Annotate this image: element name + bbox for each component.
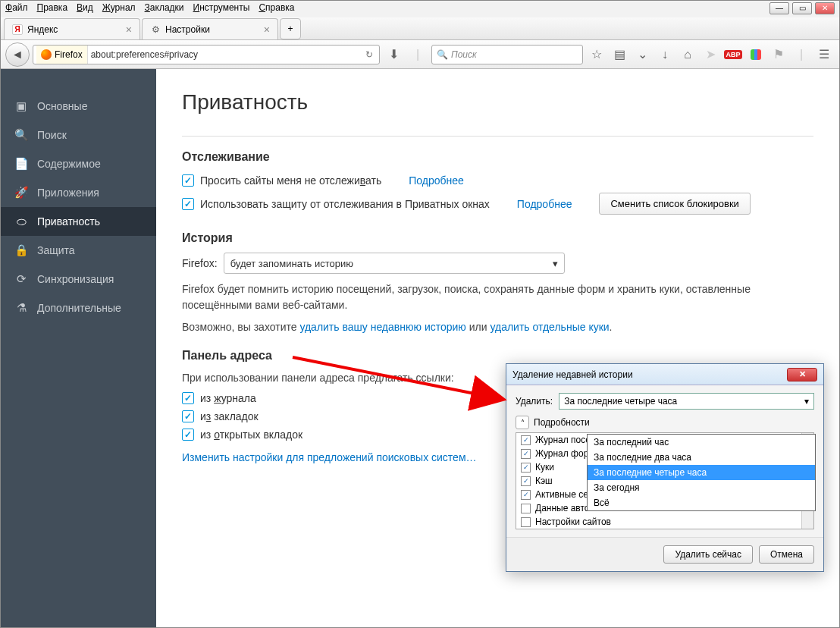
time-range-label: Удалить: (516, 396, 553, 407)
sync-icon: ⟳ (14, 272, 28, 286)
suggest-bookmarks-checkbox[interactable]: ✓ (182, 410, 194, 422)
suggest-opentabs-label: из открытых вкладок (200, 429, 302, 441)
time-range-dropdown[interactable]: За последний час За последние два часа З… (587, 434, 816, 511)
menu-bookmarks[interactable]: Закладки (145, 2, 184, 16)
downloads-icon[interactable]: ⬇ (383, 44, 404, 65)
new-tab-button[interactable]: + (280, 18, 301, 39)
details-toggle-button[interactable]: ˄ (516, 416, 529, 429)
tab-label: Настройки (165, 24, 210, 35)
item-checkbox[interactable]: ✓ (521, 476, 531, 486)
sidebar-item-content[interactable]: 📄Содержимое (1, 149, 156, 178)
item-checkbox[interactable]: ✓ (521, 490, 531, 500)
mask-icon: ⬭ (14, 215, 28, 228)
search-icon: 🔍 (437, 49, 448, 60)
pocket-icon[interactable]: ⌄ (632, 44, 653, 65)
menu-file[interactable]: ФФайлайл (5, 2, 28, 16)
sidebar-item-search[interactable]: 🔍Поиск (1, 121, 156, 149)
reload-icon[interactable]: ↻ (362, 49, 376, 60)
suggest-history-checkbox[interactable]: ✓ (182, 392, 194, 404)
gear-icon: ⚙ (150, 24, 161, 35)
menu-view[interactable]: Вид (77, 2, 93, 16)
tab-close-icon[interactable]: × (126, 24, 132, 36)
sidebar-item-security[interactable]: 🔒Защита (1, 236, 156, 265)
document-icon: 📄 (14, 157, 28, 171)
page-title: Приватность (182, 90, 813, 115)
divider-icon: | (407, 44, 428, 65)
item-checkbox[interactable]: ✓ (521, 435, 531, 445)
dropdown-option[interactable]: За последний час (588, 435, 815, 450)
item-checkbox[interactable] (521, 517, 531, 527)
bookmark-star-icon[interactable]: ☆ (586, 44, 607, 65)
menu-tools[interactable]: Инструменты (193, 2, 250, 16)
lock-icon: 🔒 (14, 243, 28, 257)
search-bar[interactable]: 🔍 Поиск (431, 45, 583, 64)
clear-now-button[interactable]: Удалить сейчас (663, 545, 752, 564)
adblock-icon[interactable]: ABP (722, 44, 744, 65)
suggest-bookmarks-label: из закладок (200, 410, 259, 422)
dropdown-option-selected[interactable]: За последние четыре часа (588, 465, 815, 480)
item-checkbox[interactable]: ✓ (521, 463, 531, 473)
history-mode-select[interactable]: будет запоминать историю ▾ (224, 253, 565, 274)
os-menubar[interactable]: ФФайлайл Правка Вид Журнал Закладки Инст… (1, 1, 839, 17)
search-icon: 🔍 (14, 128, 28, 142)
menu-history[interactable]: Журнал (102, 2, 136, 16)
clear-history-link[interactable]: удалить вашу недавнюю историю (299, 321, 465, 333)
dialog-close-button[interactable]: ✕ (787, 368, 817, 382)
history-description: Firefox будет помнить историю посещений,… (182, 281, 813, 313)
cancel-button[interactable]: Отмена (759, 545, 814, 564)
sidebar-item-sync[interactable]: ⟳Синхронизация (1, 265, 156, 294)
dnt-learn-more-link[interactable]: Подробнее (409, 174, 464, 187)
item-checkbox[interactable] (521, 504, 531, 513)
change-blocklist-button[interactable]: Сменить список блокировки (599, 193, 750, 215)
item-checkbox[interactable]: ✓ (521, 449, 531, 459)
rocket-icon: 🚀 (14, 186, 28, 199)
dropdown-option[interactable]: За сегодня (588, 480, 815, 495)
browser-navbar: ◄ Firefox about:preferences#privacy ↻ ⬇ … (1, 40, 839, 69)
hamburger-menu-icon[interactable]: ☰ (813, 44, 835, 65)
general-icon: ▣ (14, 99, 28, 113)
chevron-down-icon: ▾ (553, 258, 558, 269)
history-mode-label: Firefox: (182, 257, 218, 269)
window-minimize-button[interactable]: — (769, 2, 789, 14)
sidebar-item-privacy[interactable]: ⬭Приватность (1, 207, 156, 236)
menu-edit[interactable]: Правка (37, 2, 68, 16)
tab-yandex[interactable]: Я Яндекс × (4, 18, 140, 39)
tab-label: Яндекс (27, 24, 58, 35)
sidebar-item-advanced[interactable]: ⚗Дополнительные (1, 294, 156, 322)
change-search-settings-link[interactable]: Изменить настройки для предложений поиск… (182, 451, 477, 463)
tp-learn-more-link[interactable]: Подробнее (517, 198, 572, 210)
window-maximize-button[interactable]: ▭ (792, 2, 812, 14)
dnt-checkbox[interactable]: ✓ (182, 174, 194, 187)
flask-icon: ⚗ (14, 301, 28, 315)
dropdown-option[interactable]: Всё (588, 495, 815, 510)
reader-icon[interactable]: ▤ (609, 44, 630, 65)
divider-icon: | (791, 44, 812, 65)
sidebar-item-applications[interactable]: 🚀Приложения (1, 178, 156, 207)
sidebar-item-general[interactable]: ▣Основные (1, 92, 156, 121)
time-range-select[interactable]: За последние четыре часа ▾ (559, 393, 814, 410)
suggest-opentabs-checkbox[interactable]: ✓ (182, 429, 194, 441)
clear-cookies-link[interactable]: удалить отдельные куки (490, 321, 609, 333)
identity-box[interactable]: Firefox (36, 46, 88, 64)
home-icon[interactable]: ⌂ (677, 44, 698, 65)
dialog-titlebar[interactable]: Удаление недавней истории ✕ (506, 364, 823, 385)
window-close-button[interactable]: ✕ (815, 2, 835, 14)
menu-help[interactable]: Справка (259, 2, 294, 16)
browser-tabstrip: Я Яндекс × ⚙ Настройки × + (1, 17, 839, 40)
search-placeholder: Поиск (451, 49, 477, 60)
download-arrow-icon[interactable]: ↓ (654, 44, 675, 65)
yandex-favicon-icon: Я (12, 24, 23, 35)
details-label: Подробности (534, 417, 590, 428)
tab-settings[interactable]: ⚙ Настройки × (142, 18, 278, 39)
tab-close-icon[interactable]: × (264, 24, 270, 36)
dropdown-option[interactable]: За последние два часа (588, 450, 815, 465)
back-button[interactable]: ◄ (5, 42, 30, 67)
addressbar-heading: Панель адреса (182, 349, 813, 363)
apps-grid-icon[interactable] (751, 49, 761, 60)
url-bar[interactable]: Firefox about:preferences#privacy ↻ (33, 45, 380, 64)
url-text: about:preferences#privacy (91, 49, 198, 60)
addon-icon[interactable]: ⚑ (768, 44, 789, 65)
dialog-title: Удаление недавней истории (512, 369, 633, 380)
send-icon[interactable]: ➤ (700, 44, 721, 65)
tracking-protection-checkbox[interactable]: ✓ (182, 198, 194, 210)
